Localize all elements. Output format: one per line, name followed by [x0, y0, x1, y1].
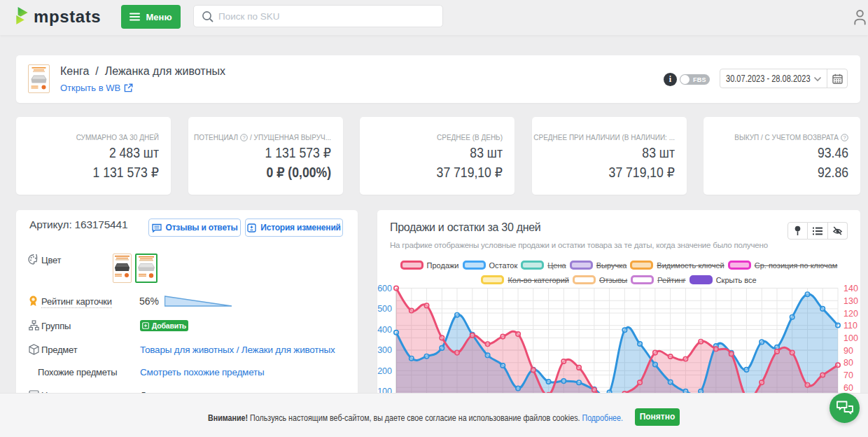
svg-text:70: 70	[844, 370, 853, 380]
svg-text:300: 300	[377, 345, 392, 355]
svg-text:200: 200	[377, 366, 392, 376]
svg-text:400: 400	[377, 325, 392, 335]
svg-text:140: 140	[844, 284, 858, 293]
svg-text:?: ?	[242, 134, 245, 141]
svg-text:130: 130	[844, 296, 858, 306]
svg-text:?: ?	[843, 134, 846, 141]
svg-text:100: 100	[844, 333, 858, 343]
svg-text:90: 90	[844, 346, 853, 356]
svg-text:110: 110	[844, 321, 858, 331]
svg-text:80: 80	[844, 358, 853, 368]
svg-text:60: 60	[844, 383, 853, 393]
svg-text:500: 500	[377, 304, 392, 314]
svg-text:120: 120	[844, 309, 858, 319]
svg-text:600: 600	[377, 284, 392, 293]
